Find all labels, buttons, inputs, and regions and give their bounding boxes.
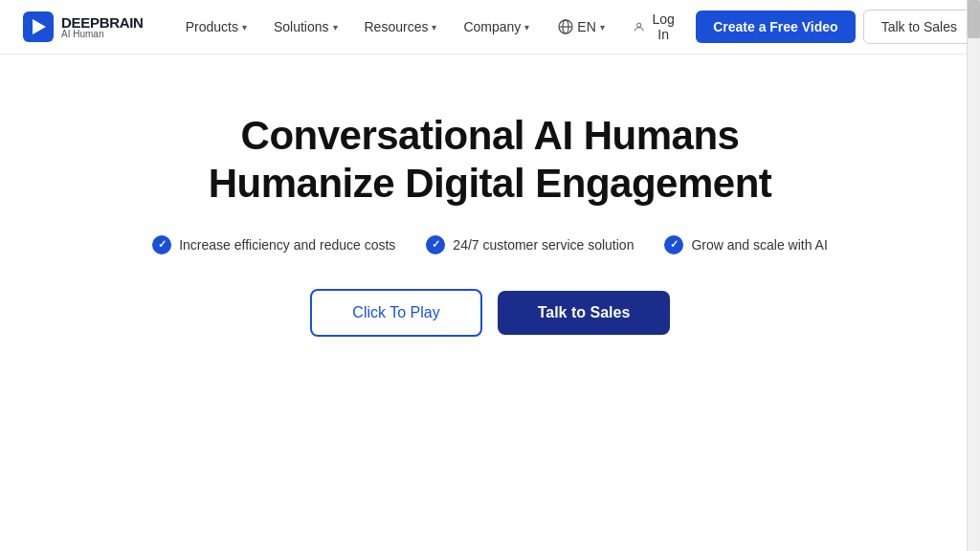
hero-title: Conversational AI Humans Humanize Digita… <box>209 112 772 209</box>
lang-chevron-icon: ▾ <box>600 22 605 33</box>
nav-company[interactable]: Company ▾ <box>452 11 541 42</box>
scrollbar[interactable] <box>967 0 980 551</box>
feature-label-2: 24/7 customer service solution <box>453 237 634 253</box>
talk-btn-label: Talk to Sales <box>538 304 631 320</box>
globe-icon <box>558 19 573 34</box>
nav-right: EN ▾ Log In Create a Free Video Talk to … <box>548 6 975 48</box>
feature-label-3: Grow and scale with AI <box>691 237 827 253</box>
check-icon-2 <box>426 235 445 254</box>
click-to-play-button[interactable]: Click To Play <box>310 289 482 337</box>
hero-title-line1: Conversational AI Humans <box>241 113 740 158</box>
svg-point-5 <box>636 23 640 27</box>
hero-section: Conversational AI Humans Humanize Digita… <box>0 55 980 375</box>
play-btn-label: Click To Play <box>352 304 439 320</box>
hero-buttons: Click To Play Talk to Sales <box>310 289 670 337</box>
logo-deepbrain-label: DEEPBRAIN <box>61 15 144 30</box>
resources-chevron-icon: ▾ <box>432 22 436 33</box>
logo-aihuman-label: AI Human <box>61 30 144 39</box>
logo-text: DEEPBRAIN AI Human <box>61 15 144 39</box>
nav-resources-label: Resources <box>365 19 429 34</box>
login-label: Log In <box>650 11 677 42</box>
check-icon-1 <box>152 235 171 254</box>
nav-solutions[interactable]: Solutions ▾ <box>262 11 349 42</box>
hero-title-line2: Humanize Digital Engagement <box>209 161 772 206</box>
company-chevron-icon: ▾ <box>524 22 529 33</box>
scrollbar-thumb[interactable] <box>968 0 980 38</box>
check-icon-3 <box>664 235 683 254</box>
language-selector[interactable]: EN ▾ <box>548 13 613 40</box>
nav-solutions-label: Solutions <box>274 19 329 34</box>
feature-item-1: Increase efficiency and reduce costs <box>152 235 395 254</box>
deepbrain-logo-icon <box>23 11 54 42</box>
talk-to-sales-nav-button[interactable]: Talk to Sales <box>863 10 975 44</box>
language-label: EN <box>577 19 595 34</box>
nav-products-label: Products <box>186 19 238 34</box>
nav-products[interactable]: Products ▾ <box>174 11 258 42</box>
hero-features: Increase efficiency and reduce costs 24/… <box>152 235 828 254</box>
user-icon <box>634 19 644 34</box>
nav-company-label: Company <box>463 19 521 34</box>
login-button[interactable]: Log In <box>622 6 688 48</box>
navbar: DEEPBRAIN AI Human Products ▾ Solutions … <box>0 0 980 55</box>
nav-resources[interactable]: Resources ▾ <box>353 11 449 42</box>
solutions-chevron-icon: ▾ <box>333 22 338 33</box>
talk-to-sales-hero-button[interactable]: Talk to Sales <box>498 291 670 335</box>
feature-item-3: Grow and scale with AI <box>664 235 827 254</box>
products-chevron-icon: ▾ <box>242 22 247 33</box>
nav-links: Products ▾ Solutions ▾ Resources ▾ Compa… <box>174 11 542 42</box>
logo[interactable]: DEEPBRAIN AI Human <box>23 11 144 42</box>
create-btn-label: Create a Free Video <box>713 19 837 34</box>
create-free-video-button[interactable]: Create a Free Video <box>696 11 855 43</box>
feature-item-2: 24/7 customer service solution <box>426 235 634 254</box>
talk-sales-nav-label: Talk to Sales <box>881 19 957 34</box>
feature-label-1: Increase efficiency and reduce costs <box>179 237 395 253</box>
